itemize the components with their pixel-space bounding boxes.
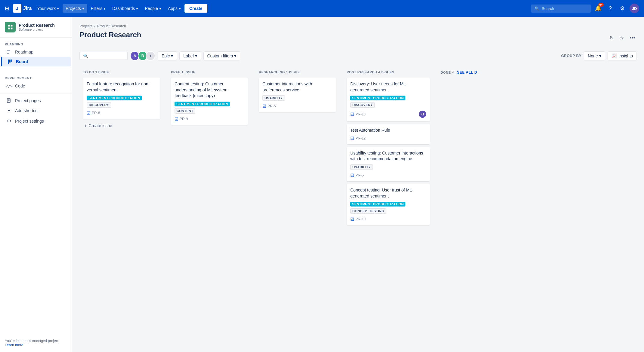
svg-rect-4 (7, 51, 10, 51)
table-row[interactable]: Content testing: Customer understanding … (171, 78, 248, 125)
logo-icon: J (13, 4, 21, 13)
board-icon (7, 59, 13, 64)
avatar-group: A B + (130, 51, 155, 61)
topnav-right: 🔍 Search 🔔 9+ ? ⚙ JD (531, 4, 639, 13)
sidebar-item-add-shortcut[interactable]: + Add shortcut (1, 106, 71, 116)
settings-gear-icon: ⚙ (6, 118, 12, 124)
epic-filter[interactable]: Epic ▾ (158, 51, 177, 60)
sidebar-item-pages[interactable]: Project pages (1, 96, 71, 106)
table-row[interactable]: Concept testing: User trust of ML-genera… (347, 184, 430, 225)
table-row[interactable]: Customer interactions with preferences s… (259, 78, 336, 112)
user-avatar[interactable]: JD (630, 4, 639, 13)
card-tag: SENTIMENT PRODUCTIZATION (350, 202, 405, 207)
svg-rect-9 (11, 60, 12, 62)
table-row[interactable]: Facial feature recognition for non-verba… (83, 78, 160, 119)
learn-more-link[interactable]: Learn more (5, 343, 23, 347)
column-prep: PREP 1 ISSUE Content testing: Customer u… (167, 67, 252, 131)
sidebar-footer: You're in a team-managed project Learn m… (0, 334, 72, 352)
search-box[interactable]: 🔍 Search (531, 5, 591, 13)
group-by-button[interactable]: None ▾ (584, 51, 605, 60)
breadcrumb-product-research[interactable]: Product Research (97, 24, 126, 28)
card-tag: SENTIMENT PRODUCTIZATION (350, 96, 405, 100)
help-icon[interactable]: ? (605, 4, 615, 13)
card-avatar: KT (419, 111, 426, 118)
page-header-row: Product Research ↻ ☆ ••• (79, 31, 637, 45)
sidebar-divider-2 (0, 93, 72, 93)
column-post-research: POST RESEARCH 4 ISSUES Discovery: User n… (343, 67, 433, 231)
nav-projects[interactable]: Projects ▾ (63, 4, 87, 13)
create-issue-button[interactable]: + Create issue (83, 121, 160, 130)
nav-your-work[interactable]: Your work ▾ (34, 4, 62, 13)
page-actions: ↻ ☆ ••• (608, 33, 637, 43)
create-button[interactable]: Create (184, 4, 207, 13)
column-researching: RESEARCHING 1 ISSUE Customer interaction… (255, 67, 339, 118)
more-actions-button[interactable]: ••• (628, 33, 637, 42)
check-icon: ☑ (350, 173, 354, 178)
svg-rect-1 (11, 25, 13, 27)
refresh-icon-button[interactable]: ↻ (608, 33, 615, 43)
table-row[interactable]: Test Automation Rule ☑ PR-12 (347, 124, 430, 144)
svg-rect-7 (8, 60, 9, 64)
card-tag: SENTIMENT PRODUCTIZATION (175, 102, 230, 106)
plus-icon: + (84, 123, 87, 128)
insights-button[interactable]: 📈 Insights (608, 51, 637, 60)
add-icon: + (6, 108, 12, 113)
card-title: Discovery: User needs for ML-generated s… (350, 81, 426, 93)
chevron-down-icon-2: ▾ (195, 54, 197, 58)
card-type-tag: Content (175, 108, 195, 114)
avatar-add-button[interactable]: + (146, 51, 155, 61)
label-filter[interactable]: Label ▾ (179, 51, 201, 60)
column-post-research-header: POST RESEARCH 4 ISSUES (347, 70, 430, 74)
table-row[interactable]: Discovery: User needs for ML-generated s… (347, 78, 430, 121)
sidebar-divider-1 (0, 69, 72, 69)
card-type-tag: ConceptTesting (350, 208, 386, 214)
table-row[interactable]: Usability testing: Customer interactions… (347, 147, 430, 181)
group-by-area: GROUP BY None ▾ 📈 Insights (561, 51, 637, 60)
breadcrumb: Projects / Product Research (79, 24, 637, 28)
board: TO DO 1 ISSUE Facial feature recognition… (79, 67, 637, 237)
column-done: DONE ✓ See all D (437, 67, 503, 82)
nav-filters[interactable]: Filters ▾ (88, 4, 109, 13)
notifications-icon[interactable]: 🔔 9+ (593, 4, 603, 13)
pages-icon (6, 98, 12, 103)
svg-rect-5 (7, 52, 11, 52)
search-input[interactable] (90, 54, 124, 58)
column-prep-header: PREP 1 ISSUE (171, 70, 248, 74)
settings-icon[interactable]: ⚙ (618, 4, 627, 13)
page-title: Product Research (79, 31, 141, 39)
custom-filters[interactable]: Custom filters ▾ (203, 51, 240, 60)
nav-people[interactable]: People ▾ (142, 4, 164, 13)
breadcrumb-projects[interactable]: Projects (79, 24, 92, 28)
roadmap-icon (6, 50, 12, 54)
svg-rect-8 (9, 60, 11, 63)
nav-dashboards[interactable]: Dashboards ▾ (109, 4, 141, 13)
sidebar-item-project-settings[interactable]: ⚙ Project settings (1, 116, 71, 126)
topnav: ⊞ J Jira Your work ▾ Projects ▾ Filters … (0, 0, 644, 17)
nav-apps[interactable]: Apps ▾ (165, 4, 184, 13)
check-icon: ☑ (350, 136, 354, 141)
sidebar-item-roadmap[interactable]: Roadmap (1, 47, 71, 57)
card-type-tag: Discovery (87, 102, 111, 108)
search-icon: 🔍 (534, 6, 539, 11)
board-search[interactable]: 🔍 (79, 52, 128, 60)
check-icon: ☑ (87, 111, 91, 115)
project-icon (5, 22, 16, 32)
grid-icon[interactable]: ⊞ (5, 5, 9, 12)
card-type-tag: Usability (350, 164, 373, 170)
svg-rect-0 (8, 25, 10, 27)
card-title: Test Automation Rule (350, 127, 426, 133)
svg-rect-2 (8, 28, 10, 29)
code-icon: </> (6, 84, 12, 88)
see-all-link[interactable]: See all D (457, 70, 477, 75)
svg-rect-6 (7, 53, 9, 54)
main-content: Projects / Product Research Product Rese… (72, 17, 644, 352)
check-icon: ☑ (350, 217, 354, 222)
column-researching-header: RESEARCHING 1 ISSUE (259, 70, 336, 74)
sidebar-item-board[interactable]: Board (1, 57, 71, 66)
star-icon-button[interactable]: ☆ (618, 33, 626, 43)
insights-icon: 📈 (611, 54, 617, 58)
jira-logo[interactable]: J Jira (13, 4, 32, 13)
card-type-tag: Discovery (350, 102, 375, 108)
sidebar-item-code[interactable]: </> Code (1, 81, 71, 91)
check-icon: ☑ (175, 117, 178, 121)
